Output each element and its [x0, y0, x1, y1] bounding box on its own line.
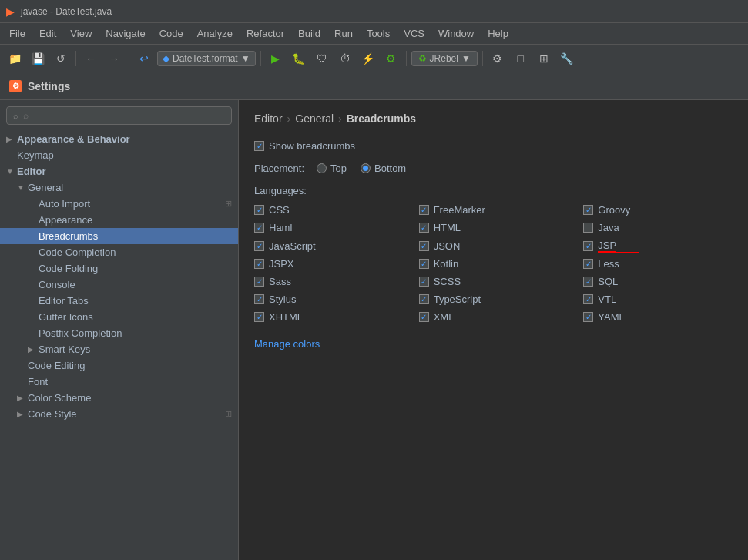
show-breadcrumbs-checkbox[interactable]: ✓: [254, 141, 264, 151]
menu-item-code[interactable]: Code: [153, 25, 190, 42]
menu-item-run[interactable]: Run: [328, 25, 359, 42]
search-box[interactable]: ⌕: [6, 106, 232, 125]
menu-item-window[interactable]: Window: [432, 25, 480, 42]
lang-checkbox-scss[interactable]: ✓: [419, 277, 429, 287]
lang-item-haml[interactable]: ✓Haml: [254, 222, 404, 233]
lang-checkbox-less[interactable]: ✓: [583, 259, 593, 269]
tree-item-code-style[interactable]: ▶Code Style⊞: [0, 406, 238, 422]
menu-item-vcs[interactable]: VCS: [397, 25, 431, 42]
tree-item-editor-tabs[interactable]: Editor Tabs: [0, 293, 238, 309]
lang-checkbox-xml[interactable]: ✓: [419, 312, 429, 322]
lang-checkbox-java[interactable]: [583, 223, 593, 233]
lang-checkbox-json[interactable]: ✓: [419, 241, 429, 251]
menu-item-help[interactable]: Help: [481, 25, 515, 42]
lang-item-yaml[interactable]: ✓YAML: [583, 311, 733, 323]
lang-item-sass[interactable]: ✓Sass: [254, 276, 404, 287]
search-input[interactable]: [23, 110, 225, 121]
refresh-btn[interactable]: ↺: [51, 49, 71, 69]
lang-item-less[interactable]: ✓Less: [583, 258, 733, 270]
lang-item-javascript[interactable]: ✓JavaScript: [254, 240, 404, 252]
lang-checkbox-html[interactable]: ✓: [419, 223, 429, 233]
tools-btn3[interactable]: ⊞: [534, 49, 554, 69]
lang-checkbox-freemarker[interactable]: ✓: [419, 205, 429, 215]
lang-checkbox-groovy[interactable]: ✓: [583, 205, 593, 215]
menu-item-edit[interactable]: Edit: [33, 25, 62, 42]
lang-item-scss[interactable]: ✓SCSS: [419, 276, 569, 287]
tree-item-postfix-completion[interactable]: Postfix Completion: [0, 325, 238, 341]
lang-checkbox-javascript[interactable]: ✓: [254, 241, 264, 251]
tree-item-code-completion[interactable]: Code Completion: [0, 244, 238, 260]
build-btn[interactable]: ⚙: [381, 49, 401, 69]
menu-item-navigate[interactable]: Navigate: [99, 25, 151, 42]
tools-btn4[interactable]: 🔧: [557, 49, 577, 69]
lang-item-xhtml[interactable]: ✓XHTML: [254, 311, 404, 323]
menu-item-refactor[interactable]: Refactor: [240, 25, 290, 42]
menu-item-analyze[interactable]: Analyze: [191, 25, 239, 42]
lang-checkbox-stylus[interactable]: ✓: [254, 294, 264, 304]
open-btn[interactable]: 📁: [5, 49, 25, 69]
tree-item-appearance[interactable]: Appearance: [0, 212, 238, 228]
tree-item-font[interactable]: Font: [0, 374, 238, 390]
run-btn[interactable]: ▶: [266, 49, 286, 69]
tree-item-editor[interactable]: ▼Editor: [0, 163, 238, 179]
tree-item-general[interactable]: ▼General: [0, 179, 238, 196]
lang-item-freemarker[interactable]: ✓FreeMarker: [419, 204, 569, 216]
lang-item-html[interactable]: ✓HTML: [419, 222, 569, 233]
lang-item-css[interactable]: ✓CSS: [254, 204, 404, 216]
lang-checkbox-yaml[interactable]: ✓: [583, 312, 593, 322]
tree-item-color-scheme[interactable]: ▶Color Scheme: [0, 390, 238, 406]
placement-top-radio[interactable]: [317, 163, 327, 173]
lang-checkbox-jspx[interactable]: ✓: [254, 259, 264, 269]
lang-checkbox-haml[interactable]: ✓: [254, 223, 264, 233]
tree-item-smart-keys[interactable]: ▶Smart Keys: [0, 341, 238, 357]
tree-item-appearance-behavior[interactable]: ▶Appearance & Behavior: [0, 131, 238, 147]
lang-checkbox-kotlin[interactable]: ✓: [419, 259, 429, 269]
lang-checkbox-xhtml[interactable]: ✓: [254, 312, 264, 322]
tree-item-console[interactable]: Console: [0, 277, 238, 293]
tree-item-gutter-icons[interactable]: Gutter Icons: [0, 309, 238, 325]
lang-checkbox-css[interactable]: ✓: [254, 205, 264, 215]
profile-btn[interactable]: ⏱: [335, 49, 355, 69]
lang-item-typescript[interactable]: ✓TypeScript: [419, 293, 569, 305]
lang-checkbox-sass[interactable]: ✓: [254, 277, 264, 287]
lang-item-vtl[interactable]: ✓VTL: [583, 293, 733, 305]
save-btn[interactable]: 💾: [28, 49, 48, 69]
flame-btn[interactable]: ⚡: [358, 49, 378, 69]
show-breadcrumbs-checkbox-wrap[interactable]: ✓ Show breadcrumbs: [254, 140, 355, 152]
lang-checkbox-vtl[interactable]: ✓: [583, 294, 593, 304]
menu-item-build[interactable]: Build: [292, 25, 327, 42]
menu-item-file[interactable]: File: [3, 25, 32, 42]
undo-btn[interactable]: ↩: [134, 49, 154, 69]
forward-btn[interactable]: →: [104, 49, 124, 69]
back-btn[interactable]: ←: [81, 49, 101, 69]
lang-item-sql[interactable]: ✓SQL: [583, 276, 733, 287]
lang-item-jspx[interactable]: ✓JSPX: [254, 258, 404, 270]
tools-btn1[interactable]: ⚙: [488, 49, 508, 69]
menu-item-view[interactable]: View: [64, 25, 98, 42]
lang-item-groovy[interactable]: ✓Groovy: [583, 204, 733, 216]
manage-colors-link[interactable]: Manage colors: [254, 338, 733, 350]
menu-item-tools[interactable]: Tools: [361, 25, 396, 42]
lang-item-java[interactable]: Java: [583, 222, 733, 233]
tree-item-code-editing[interactable]: Code Editing: [0, 357, 238, 374]
lang-item-xml[interactable]: ✓XML: [419, 311, 569, 323]
lang-item-jsp[interactable]: ✓JSP: [583, 240, 733, 252]
debug-btn[interactable]: 🐛: [289, 49, 309, 69]
tree-item-breadcrumbs[interactable]: Breadcrumbs: [0, 228, 238, 244]
file-dropdown[interactable]: ◆ DateTest.format ▼: [157, 51, 256, 66]
jrebel-dropdown[interactable]: ♻ JRebel ▼: [411, 51, 478, 66]
coverage-btn[interactable]: 🛡: [312, 49, 332, 69]
placement-bottom-radio[interactable]: [361, 163, 371, 173]
tree-item-auto-import[interactable]: Auto Import⊞: [0, 196, 238, 212]
tree-item-code-folding[interactable]: Code Folding: [0, 260, 238, 277]
lang-checkbox-jsp[interactable]: ✓: [583, 241, 593, 251]
tools-btn2[interactable]: □: [511, 49, 531, 69]
placement-bottom-wrap[interactable]: Bottom: [361, 163, 406, 174]
lang-checkbox-sql[interactable]: ✓: [583, 277, 593, 287]
lang-item-kotlin[interactable]: ✓Kotlin: [419, 258, 569, 270]
tree-item-keymap[interactable]: Keymap: [0, 147, 238, 163]
lang-item-json[interactable]: ✓JSON: [419, 240, 569, 252]
lang-item-stylus[interactable]: ✓Stylus: [254, 293, 404, 305]
placement-top-wrap[interactable]: Top: [317, 163, 347, 174]
lang-checkbox-typescript[interactable]: ✓: [419, 294, 429, 304]
